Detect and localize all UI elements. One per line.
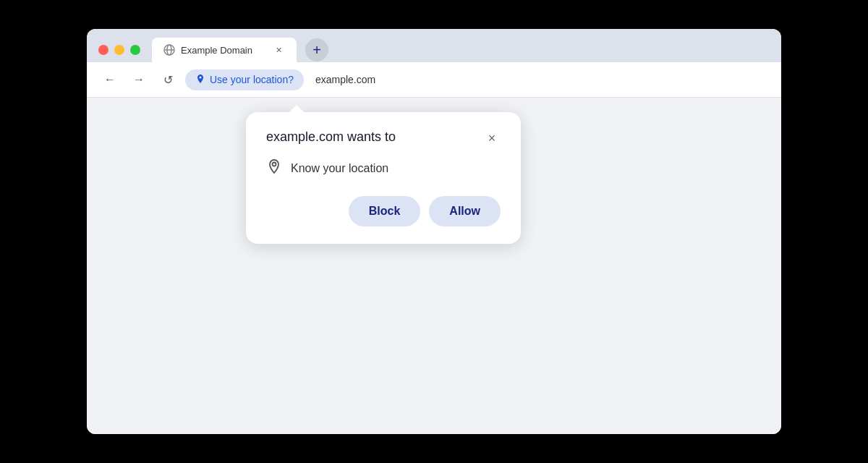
new-tab-button[interactable]: + [305,38,328,61]
browser-tab[interactable]: Example Domain ✕ [152,38,297,62]
location-icon [195,74,205,86]
page-content: example.com wants to × Know your locatio… [87,98,781,434]
minimize-traffic-light[interactable] [114,45,124,55]
popup-actions: Block Allow [266,196,501,226]
traffic-lights [98,45,140,55]
allow-button[interactable]: Allow [429,196,501,226]
back-button[interactable]: ← [98,68,122,91]
title-bar: Example Domain ✕ + [87,29,781,62]
popup-permission-row: Know your location [266,158,501,179]
location-pin-icon [266,158,282,179]
reload-button[interactable]: ↺ [156,68,179,91]
popup-close-button[interactable]: × [483,129,501,147]
svg-point-4 [273,163,276,166]
location-prompt-text: Use your location? [210,74,294,85]
popup-title: example.com wants to [266,129,396,145]
address-bar-text: example.com [315,74,375,85]
popup-header: example.com wants to × [266,129,501,147]
tab-favicon-icon [163,44,175,56]
nav-bar: ← → ↺ Use your location? example.com [87,62,781,98]
browser-window: Example Domain ✕ + ← → ↺ Use your locati… [87,29,781,434]
svg-point-3 [200,76,202,78]
tab-close-button[interactable]: ✕ [272,43,285,56]
permission-label: Know your location [291,162,388,175]
maximize-traffic-light[interactable] [130,45,140,55]
tab-title: Example Domain [181,45,266,56]
close-traffic-light[interactable] [98,45,109,55]
location-permission-indicator[interactable]: Use your location? [185,69,304,90]
popup-arrow [289,105,304,112]
permission-popup: example.com wants to × Know your locatio… [246,112,521,244]
forward-button[interactable]: → [127,68,150,91]
block-button[interactable]: Block [349,196,421,226]
